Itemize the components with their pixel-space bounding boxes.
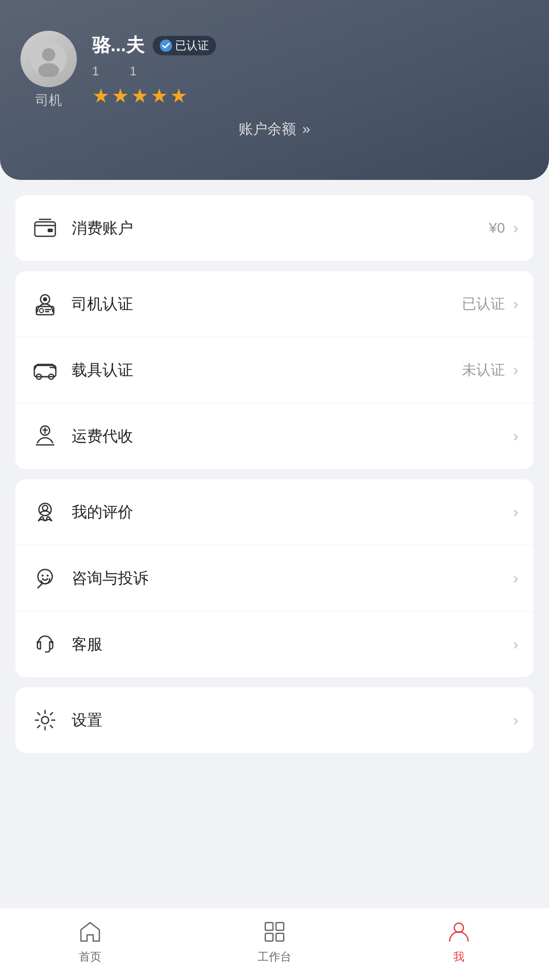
consult-complaint-chevron: ›	[513, 569, 518, 587]
menu-item-my-reviews[interactable]: 我的评价 ›	[15, 479, 534, 545]
account-balance-row[interactable]: 账户余额 »	[20, 119, 529, 139]
review-icon	[31, 498, 59, 526]
profile-section: 司机 骆...夫 已认证 1 1 ★ ★	[20, 31, 529, 109]
me-icon	[446, 918, 472, 945]
nav-label-workbench: 工作台	[258, 949, 291, 965]
consume-account-chevron: ›	[513, 219, 518, 237]
freight-icon	[31, 422, 59, 451]
svg-point-15	[38, 569, 52, 584]
menu-item-freight-collect[interactable]: 运费代收 ›	[15, 403, 534, 469]
service-icon	[31, 630, 59, 659]
avatar-container: 司机	[20, 31, 77, 109]
vehicle-cert-icon	[31, 356, 59, 384]
svg-point-23	[454, 923, 463, 932]
menu-item-consume-account[interactable]: 消费账户 ¥0 ›	[15, 195, 534, 261]
svg-point-2	[38, 63, 59, 77]
svg-rect-4	[48, 229, 53, 232]
bottom-nav: 首页 工作台 我	[0, 908, 549, 980]
avatar-label: 司机	[35, 91, 62, 109]
verified-badge: 已认证	[153, 36, 216, 55]
nav-item-me[interactable]: 我	[446, 918, 472, 965]
svg-rect-22	[276, 933, 284, 941]
svg-rect-20	[276, 923, 284, 930]
settings-label: 设置	[72, 710, 505, 731]
driver-cert-label: 司机认证	[72, 294, 462, 315]
content: 消费账户 ¥0 › 司机认证 已认证 ›	[0, 180, 549, 835]
menu-item-settings[interactable]: 设置 ›	[15, 687, 534, 753]
svg-rect-21	[265, 933, 273, 941]
verified-icon	[160, 39, 172, 52]
my-reviews-chevron: ›	[513, 503, 518, 521]
nav-label-me: 我	[453, 949, 464, 965]
star-5: ★	[170, 85, 187, 107]
stats-row: 1 1	[92, 64, 529, 78]
star-1: ★	[92, 85, 110, 107]
settings-chevron: ›	[513, 711, 518, 729]
wallet-icon	[31, 214, 59, 242]
home-icon	[77, 918, 103, 945]
profile-info: 骆...夫 已认证 1 1 ★ ★ ★ ★ ★	[92, 33, 529, 107]
consume-account-label: 消费账户	[72, 218, 489, 239]
star-2: ★	[112, 85, 129, 107]
svg-point-16	[41, 575, 44, 577]
vehicle-cert-value: 未认证	[462, 360, 505, 380]
account-balance-arrow: »	[302, 121, 310, 137]
nav-item-home[interactable]: 首页	[77, 918, 103, 965]
stat-right: 1	[130, 64, 136, 78]
svg-point-6	[43, 297, 47, 301]
my-reviews-label: 我的评价	[72, 502, 505, 523]
consume-account-value: ¥0	[489, 220, 505, 236]
avatar	[20, 31, 77, 87]
workbench-icon	[261, 918, 288, 945]
driver-cert-chevron: ›	[513, 295, 518, 313]
svg-point-14	[43, 505, 48, 511]
header: 司机 骆...夫 已认证 1 1 ★ ★	[0, 0, 549, 180]
consult-icon	[31, 564, 59, 593]
driver-cert-value: 已认证	[462, 294, 505, 314]
svg-point-17	[47, 575, 49, 577]
verified-text: 已认证	[175, 38, 209, 53]
menu-section-3: 我的评价 › 咨询与投诉 ›	[15, 479, 534, 677]
vehicle-cert-chevron: ›	[513, 361, 518, 379]
name-row: 骆...夫 已认证	[92, 33, 529, 58]
customer-service-chevron: ›	[513, 636, 518, 653]
nav-item-workbench[interactable]: 工作台	[258, 918, 291, 965]
menu-section-2: 司机认证 已认证 › 载具认证 未认证 ›	[15, 271, 534, 469]
consult-complaint-label: 咨询与投诉	[72, 568, 505, 589]
menu-item-customer-service[interactable]: 客服 ›	[15, 611, 534, 677]
menu-item-vehicle-cert[interactable]: 载具认证 未认证 ›	[15, 337, 534, 403]
svg-point-8	[39, 309, 44, 313]
customer-service-label: 客服	[72, 634, 505, 655]
svg-point-1	[42, 48, 55, 61]
menu-item-driver-cert[interactable]: 司机认证 已认证 ›	[15, 271, 534, 337]
star-4: ★	[151, 85, 168, 107]
menu-section-1: 消费账户 ¥0 ›	[15, 195, 534, 261]
freight-collect-label: 运费代收	[72, 426, 505, 447]
svg-point-18	[41, 717, 49, 724]
driver-cert-icon	[31, 290, 59, 318]
menu-item-consult-complaint[interactable]: 咨询与投诉 ›	[15, 545, 534, 611]
menu-section-4: 设置 ›	[15, 687, 534, 753]
user-name: 骆...夫	[92, 33, 144, 58]
account-balance-label: 账户余额	[239, 119, 296, 139]
nav-label-home: 首页	[79, 949, 101, 965]
stars-row: ★ ★ ★ ★ ★	[92, 85, 529, 107]
svg-rect-19	[265, 923, 273, 930]
settings-icon	[31, 706, 59, 734]
freight-collect-chevron: ›	[513, 427, 518, 445]
vehicle-cert-label: 载具认证	[72, 360, 462, 381]
stat-left: 1	[92, 64, 99, 78]
star-3: ★	[131, 85, 149, 107]
